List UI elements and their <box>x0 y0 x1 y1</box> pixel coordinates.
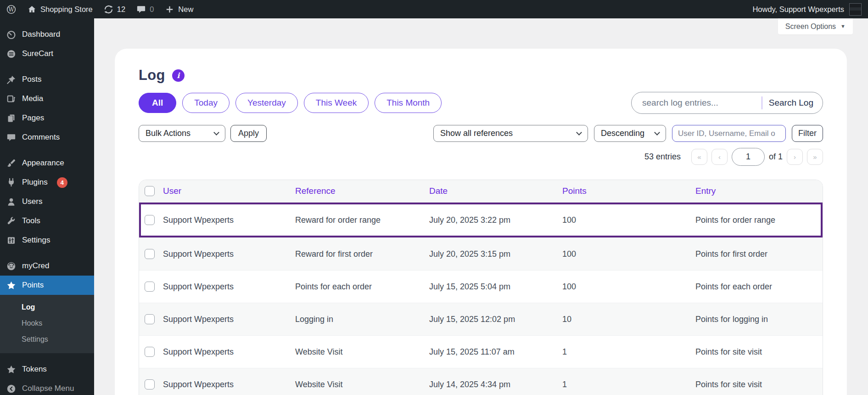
last-page-button[interactable]: » <box>807 149 823 165</box>
column-header-points: Points <box>562 186 695 196</box>
current-page-input[interactable] <box>732 148 765 166</box>
column-header-user: User <box>163 186 295 196</box>
sidebar-item-surecart[interactable]: SureCart <box>0 44 94 63</box>
sidebar-item-label: Collapse Menu <box>22 384 74 393</box>
column-header-date: Date <box>429 186 562 196</box>
sidebar-item-pages[interactable]: Pages <box>0 108 94 128</box>
filter-pill-all[interactable]: All <box>139 93 176 113</box>
sidebar-item-tools[interactable]: Tools <box>0 211 94 231</box>
search-log-button[interactable]: Search Log <box>762 98 823 108</box>
update-icon <box>104 5 113 14</box>
submenu-item-settings[interactable]: Settings <box>0 331 94 347</box>
row-checkbox[interactable] <box>145 215 155 225</box>
sidebar-item-mycred[interactable]: myCred <box>0 256 94 276</box>
sort-order-select[interactable]: Descending <box>594 125 666 142</box>
points-icon <box>6 281 16 290</box>
updates-link[interactable]: 12 <box>104 5 125 14</box>
row-checkbox[interactable] <box>145 249 155 259</box>
cell-points: 100 <box>562 282 695 292</box>
sidebar-item-collapse-menu[interactable]: Collapse Menu <box>0 379 94 395</box>
sidebar-item-settings[interactable]: Settings <box>0 231 94 250</box>
sidebar-item-appearance[interactable]: Appearance <box>0 153 94 173</box>
wordpress-logo-icon[interactable]: W <box>6 5 16 14</box>
cell-reference: Reward for order range <box>295 215 429 225</box>
sidebar-item-label: myCred <box>22 261 50 271</box>
table-row: Support WpexpertsReward for first orderJ… <box>139 238 823 271</box>
row-checkbox-cell <box>139 347 163 357</box>
reference-filter-select[interactable]: Show all references <box>433 125 588 142</box>
filter-pill-yesterday[interactable]: Yesterday <box>235 93 298 113</box>
next-page-button[interactable]: › <box>787 149 803 165</box>
sidebar-item-users[interactable]: Users <box>0 192 94 211</box>
cell-reference: Points for each order <box>295 282 429 292</box>
cell-entry: Points for order range <box>695 215 823 225</box>
apply-button[interactable]: Apply <box>230 125 267 142</box>
cell-date: July 20, 2025 3:22 pm <box>429 215 562 225</box>
filter-pill-today[interactable]: Today <box>182 93 230 113</box>
cell-points: 10 <box>562 315 695 324</box>
sort-order-value: Descending <box>601 129 644 138</box>
search-input[interactable] <box>632 98 762 108</box>
cell-user: Support Wpexperts <box>163 347 295 357</box>
sidebar-item-label: Tools <box>22 216 40 226</box>
date-filter-pills: AllTodayYesterdayThis WeekThis Month Sea… <box>139 92 823 114</box>
wordpress-icon: W <box>6 5 16 14</box>
menu-separator <box>0 63 94 70</box>
submenu-item-log[interactable]: Log <box>0 299 94 315</box>
sidebar-item-label: Comments <box>22 133 60 142</box>
sidebar-item-tokens[interactable]: Tokens <box>0 360 94 379</box>
screen-options-button[interactable]: Screen Options ▼ <box>778 18 853 34</box>
select-all-checkbox[interactable] <box>145 186 155 196</box>
cell-user: Support Wpexperts <box>163 380 295 389</box>
filter-pill-this-month[interactable]: This Month <box>375 93 442 113</box>
sidebar-item-label: Dashboard <box>22 30 60 39</box>
new-content-link[interactable]: New <box>165 5 193 14</box>
row-checkbox[interactable] <box>145 314 155 324</box>
sidebar-item-media[interactable]: Media <box>0 89 94 108</box>
user-filter-input[interactable] <box>672 125 786 142</box>
page-title: Log <box>139 67 165 84</box>
filter-pill-this-week[interactable]: This Week <box>304 93 369 113</box>
svg-text:W: W <box>8 6 14 12</box>
settings-icon <box>6 236 16 245</box>
sidebar-item-label: Pages <box>22 113 44 123</box>
entries-count: 53 entries <box>644 152 681 162</box>
bulk-actions-select[interactable]: Bulk Actions <box>139 125 225 142</box>
sidebar-item-dashboard[interactable]: Dashboard <box>0 25 94 44</box>
sidebar-item-comments[interactable]: Comments <box>0 128 94 147</box>
account-menu[interactable]: Howdy, Support Wpexperts <box>752 3 862 16</box>
filter-button[interactable]: Filter <box>792 125 823 142</box>
cell-user: Support Wpexperts <box>163 315 295 324</box>
site-name-link[interactable]: Shopping Store <box>27 5 93 14</box>
previous-page-button[interactable]: ‹ <box>711 149 728 165</box>
info-icon[interactable]: i <box>172 69 185 82</box>
sidebar-item-label: SureCart <box>22 49 53 58</box>
cell-user: Support Wpexperts <box>163 215 295 225</box>
sidebar-item-posts[interactable]: Posts <box>0 70 94 89</box>
tools-icon <box>6 216 16 226</box>
total-pages-label: of 1 <box>769 152 783 162</box>
tokens-icon <box>6 365 16 374</box>
sidebar-item-plugins[interactable]: Plugins4 <box>0 173 94 192</box>
sidebar-item-points[interactable]: Points <box>0 276 94 295</box>
row-checkbox-cell <box>139 314 163 324</box>
new-label: New <box>178 5 193 14</box>
chevron-down-icon: ▼ <box>840 24 846 29</box>
submenu-item-hooks[interactable]: Hooks <box>0 315 94 331</box>
admin-bar: W Shopping Store 12 0 New <box>0 0 868 18</box>
row-checkbox[interactable] <box>145 379 155 389</box>
first-page-button[interactable]: « <box>691 149 707 165</box>
cell-date: July 15, 2025 5:04 pm <box>429 282 562 292</box>
table-body: Support WpexpertsReward for order rangeJ… <box>139 203 823 395</box>
row-checkbox[interactable] <box>145 282 155 292</box>
howdy-text: Howdy, Support Wpexperts <box>752 5 844 14</box>
cell-entry: Points for logging in <box>695 315 823 324</box>
cell-entry: Points for first order <box>695 249 823 259</box>
column-header-entry: Entry <box>695 186 823 196</box>
comments-link[interactable]: 0 <box>136 5 154 14</box>
cell-reference: Reward for first order <box>295 249 429 259</box>
log-table: UserReferenceDatePointsEntry Support Wpe… <box>139 180 823 395</box>
header-checkbox-cell <box>139 186 163 196</box>
reference-filter-value: Show all references <box>440 129 513 138</box>
row-checkbox[interactable] <box>145 347 155 357</box>
